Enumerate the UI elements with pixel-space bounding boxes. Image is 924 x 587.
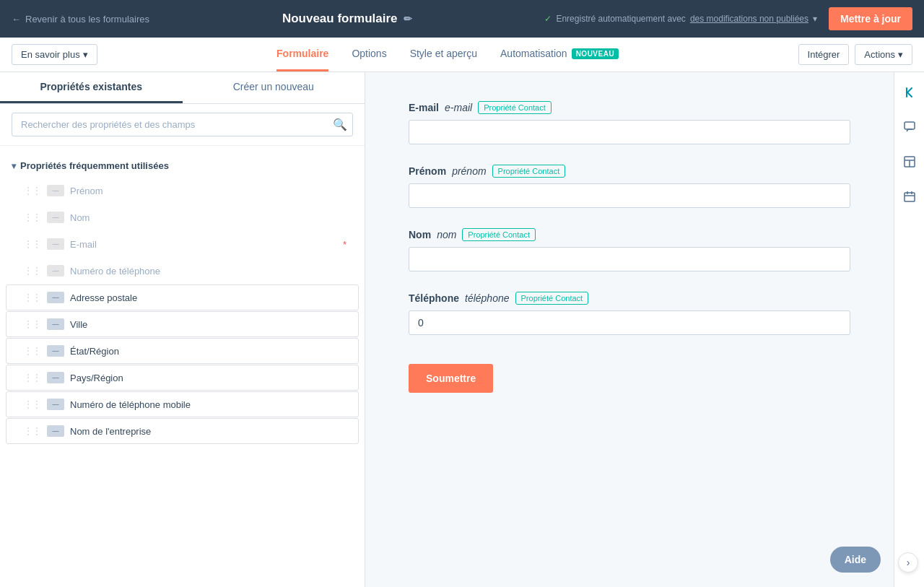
list-item[interactable]: ⋮⋮ — État/Région bbox=[6, 338, 359, 364]
actions-label: Actions bbox=[864, 49, 895, 60]
property-label: Adresse postale bbox=[70, 292, 137, 303]
actions-button[interactable]: Actions ▾ bbox=[855, 44, 912, 65]
form-area: E-mail e-mail Propriété Contact Prénom p… bbox=[365, 72, 894, 587]
sidebar-tab-existing[interactable]: Propriétés existantes bbox=[0, 72, 183, 103]
nom-input[interactable] bbox=[409, 247, 850, 271]
dropdown-arrow-icon[interactable]: ▾ bbox=[813, 14, 817, 24]
list-item[interactable]: ⋮⋮ — Pays/Région bbox=[6, 365, 359, 391]
property-label: État/Région bbox=[70, 346, 119, 357]
nom-field-group: Nom nom Propriété Contact bbox=[409, 228, 850, 271]
svg-rect-0 bbox=[905, 122, 915, 129]
property-label: E-mail bbox=[70, 239, 97, 250]
sidebar-tabs: Propriétés existantes Créer un nouveau bbox=[0, 72, 365, 104]
check-icon: ✓ bbox=[544, 14, 552, 24]
main-layout: Propriétés existantes Créer un nouveau 🔍… bbox=[0, 72, 924, 587]
back-arrow-icon: ← bbox=[12, 14, 21, 25]
drag-handle-icon: ⋮⋮ bbox=[24, 373, 41, 383]
section-header[interactable]: ▾ Propriétés fréquemment utilisées bbox=[0, 155, 365, 177]
unpublished-link[interactable]: des modifications non publiées bbox=[690, 14, 808, 24]
drag-handle-icon: ⋮⋮ bbox=[24, 212, 41, 222]
chat-icon[interactable] bbox=[898, 116, 921, 139]
telephone-label-italic: téléphone bbox=[465, 292, 510, 304]
list-item[interactable]: ⋮⋮ — Nom de l'entreprise bbox=[6, 418, 359, 444]
sidebar: Propriétés existantes Créer un nouveau 🔍… bbox=[0, 72, 365, 587]
tab-options-label: Options bbox=[352, 48, 386, 59]
prenom-label-main: Prénom bbox=[409, 165, 446, 177]
integrate-label: Intégrer bbox=[808, 49, 840, 60]
list-item[interactable]: ⋮⋮ — E-mail * bbox=[6, 231, 359, 257]
collapse-left-icon[interactable] bbox=[898, 81, 921, 104]
integrate-button[interactable]: Intégrer bbox=[798, 44, 850, 65]
submit-button[interactable]: Soumettre bbox=[409, 364, 493, 393]
drag-handle-icon: ⋮⋮ bbox=[24, 346, 41, 356]
actions-chevron-icon: ▾ bbox=[898, 49, 903, 60]
field-type-icon: — bbox=[47, 372, 64, 383]
nom-label-main: Nom bbox=[409, 229, 431, 240]
sidebar-tab-existing-label: Propriétés existantes bbox=[40, 81, 142, 92]
nom-label-italic: nom bbox=[437, 229, 456, 240]
right-panel bbox=[894, 72, 924, 587]
sidebar-tab-create[interactable]: Créer un nouveau bbox=[183, 72, 365, 103]
nom-prop-badge: Propriété Contact bbox=[462, 228, 536, 241]
telephone-field-label: Téléphone téléphone Propriété Contact bbox=[409, 292, 850, 305]
property-label: Nom de l'entreprise bbox=[70, 426, 151, 437]
prenom-field-label: Prénom prénom Propriété Contact bbox=[409, 165, 850, 178]
scroll-right-button[interactable]: › bbox=[898, 552, 918, 573]
autosave-status: ✓ Enregistré automatiquement avec des mo… bbox=[544, 14, 817, 24]
back-link-label: Revenir à tous les formulaires bbox=[25, 14, 149, 25]
tab-style[interactable]: Style et aperçu bbox=[410, 38, 477, 71]
tab-formulaire[interactable]: Formulaire bbox=[276, 38, 328, 71]
calendar-icon[interactable] bbox=[898, 185, 921, 208]
nav-right-buttons: Intégrer Actions ▾ bbox=[798, 44, 912, 65]
field-type-icon: — bbox=[47, 425, 64, 437]
property-label: Numéro de téléphone mobile bbox=[70, 399, 191, 410]
telephone-field-group: Téléphone téléphone Propriété Contact bbox=[409, 292, 850, 335]
list-item[interactable]: ⋮⋮ — Numéro de téléphone mobile bbox=[6, 391, 359, 417]
property-label: Nom bbox=[70, 212, 90, 223]
learn-more-label: En savoir plus bbox=[21, 49, 80, 60]
email-label-main: E-mail bbox=[409, 102, 439, 113]
secondary-navigation: En savoir plus ▾ Formulaire Options Styl… bbox=[0, 38, 924, 72]
prenom-label-italic: prénom bbox=[452, 165, 486, 177]
drag-handle-icon: ⋮⋮ bbox=[24, 426, 41, 436]
prenom-input[interactable] bbox=[409, 183, 850, 208]
email-field-label: E-mail e-mail Propriété Contact bbox=[409, 101, 850, 114]
tab-options[interactable]: Options bbox=[352, 38, 386, 71]
telephone-input[interactable] bbox=[409, 310, 850, 335]
drag-handle-icon: ⋮⋮ bbox=[24, 266, 41, 276]
search-icon: 🔍 bbox=[333, 118, 347, 131]
sidebar-tab-create-label: Créer un nouveau bbox=[233, 81, 314, 92]
list-item[interactable]: ⋮⋮ — Ville bbox=[6, 311, 359, 337]
update-button[interactable]: Mettre à jour bbox=[829, 7, 912, 30]
list-item[interactable]: ⋮⋮ — Nom bbox=[6, 204, 359, 230]
property-label: Prénom bbox=[70, 186, 103, 196]
tab-style-label: Style et aperçu bbox=[410, 48, 477, 59]
drag-handle-icon: ⋮⋮ bbox=[24, 399, 41, 409]
list-item[interactable]: ⋮⋮ — Prénom bbox=[6, 178, 359, 204]
chevron-right-icon: › bbox=[907, 557, 910, 568]
edit-icon[interactable]: ✏ bbox=[404, 13, 412, 25]
email-prop-badge: Propriété Contact bbox=[478, 101, 552, 114]
nav-tabs: Formulaire Options Style et aperçu Autom… bbox=[103, 38, 793, 71]
learn-more-button[interactable]: En savoir plus ▾ bbox=[12, 44, 97, 65]
list-item[interactable]: ⋮⋮ — Numéro de téléphone bbox=[6, 258, 359, 284]
search-button[interactable]: 🔍 bbox=[333, 118, 347, 131]
email-field-group: E-mail e-mail Propriété Contact bbox=[409, 101, 850, 144]
dropdown-chevron-icon: ▾ bbox=[83, 49, 88, 60]
back-link[interactable]: ← Revenir à tous les formulaires bbox=[12, 14, 149, 25]
prenom-field-group: Prénom prénom Propriété Contact bbox=[409, 165, 850, 208]
tab-automatisation[interactable]: Automatisation NOUVEAU bbox=[500, 38, 619, 71]
field-type-icon: — bbox=[47, 265, 64, 277]
field-type-icon: — bbox=[47, 238, 64, 250]
prenom-prop-badge: Propriété Contact bbox=[492, 165, 566, 178]
autosave-text: Enregistré automatiquement avec bbox=[556, 14, 685, 24]
properties-section: ▾ Propriétés fréquemment utilisées ⋮⋮ — … bbox=[0, 146, 365, 587]
help-button[interactable]: Aide bbox=[830, 547, 881, 573]
list-item[interactable]: ⋮⋮ — Adresse postale bbox=[6, 284, 359, 310]
field-type-icon: — bbox=[47, 185, 64, 196]
search-container: 🔍 bbox=[0, 104, 365, 146]
search-input[interactable] bbox=[12, 113, 353, 136]
email-input[interactable] bbox=[409, 120, 850, 144]
layout-icon[interactable] bbox=[898, 150, 921, 173]
property-label: Ville bbox=[70, 319, 87, 330]
